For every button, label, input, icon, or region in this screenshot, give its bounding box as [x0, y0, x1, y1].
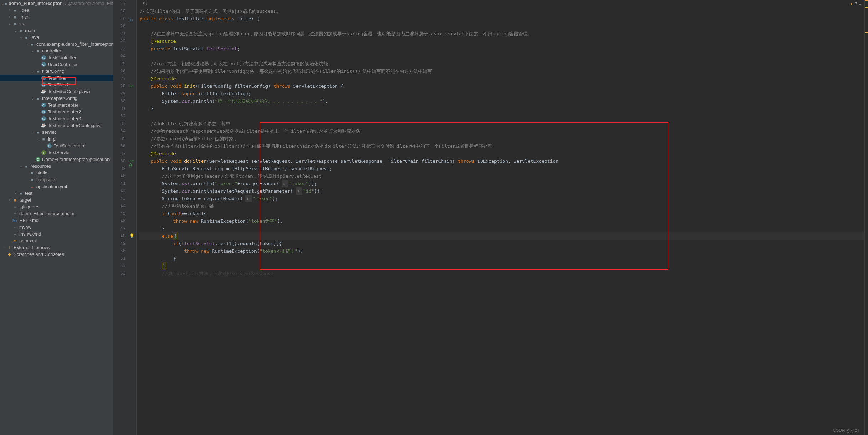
stripe-mark[interactable] [865, 7, 868, 8]
code-line[interactable]: //如果初始化代码中要使用到FillerConfig对象，那么这些初始化代码就只… [139, 67, 868, 75]
line-number[interactable]: 22 [113, 37, 126, 45]
line-number[interactable]: 17 [113, 0, 126, 7]
tree-item-intercepterconfig[interactable]: ⌄■intercepterConfig [0, 95, 113, 102]
tree-item-demo-filter-interceptor-iml[interactable]: ▫demo_Filter_Interceptor.iml [0, 210, 113, 217]
code-line[interactable]: public class TestFilter implements Filte… [139, 15, 868, 22]
code-line[interactable]: throw new RuntimeException("token为空"); [139, 217, 868, 225]
tree-item-application-yml[interactable]: ≡application.yml [0, 183, 113, 190]
project-tree[interactable]: ⌄ ■ demo_Filter_Interceptor D:\javaproje… [0, 0, 113, 435]
code-editor[interactable]: 1718192021222324252627282930313233343536… [113, 0, 868, 435]
tree-item-testintercepter[interactable]: CTestIntercepter [0, 102, 113, 108]
expand-arrow[interactable]: › [7, 8, 12, 12]
expand-arrow[interactable]: ⌄ [30, 130, 35, 134]
line-number[interactable]: 41 [113, 180, 126, 187]
line-number[interactable]: 27 [113, 75, 126, 82]
code-line[interactable]: @Override [139, 150, 868, 157]
implements-icon[interactable]: I↓ [129, 16, 133, 20]
tree-item-static[interactable]: ■static [0, 170, 113, 176]
line-number[interactable]: 48 [113, 232, 126, 240]
expand-arrow[interactable]: ⌄ [13, 29, 18, 32]
expand-arrow[interactable]: ⌄ [36, 137, 41, 141]
line-number[interactable]: 29 [113, 90, 126, 97]
chevron-down-icon[interactable]: ⌄ [858, 1, 862, 6]
line-number[interactable]: 53 [113, 270, 126, 277]
project-root[interactable]: ⌄ ■ demo_Filter_Interceptor D:\javaproje… [0, 0, 113, 7]
line-number[interactable]: 25 [113, 60, 126, 67]
tree-item-testintercepterconfig-java[interactable]: ☕TestIntercepterConfig.java [0, 122, 113, 129]
code-line[interactable]: if(!testServlet.test1().equals(token)){ [139, 240, 868, 247]
stripe-mark[interactable] [865, 32, 868, 33]
code-line[interactable]: System.out.println("第一个过滤器成功初始化。。。。。。。。。… [139, 97, 868, 105]
scratches-consoles[interactable]: ◆ Scratches and Consoles [0, 251, 113, 258]
override-icon[interactable]: o↑ [129, 84, 133, 87]
tree-item-demofilterinterceptorapplication[interactable]: CDemoFilterInterceptorApplication [0, 156, 113, 163]
tree-item-mvnw-cmd[interactable]: ▫mvnw.cmd [0, 231, 113, 237]
line-number[interactable]: 20 [113, 22, 126, 30]
code-area[interactable]: *///实现Filter接口，基于回调的方式，类似ajax请求的success。… [137, 0, 868, 435]
code-line[interactable]: //doFilter()方法有多个参数，其中 [139, 120, 868, 127]
tree-item-usercontroller[interactable]: CUserController [0, 61, 113, 68]
tree-item--gitignore[interactable]: ▫.gitignore [0, 203, 113, 210]
line-number[interactable]: 32 [113, 112, 126, 120]
code-line[interactable]: @Resource [139, 37, 868, 45]
code-line[interactable]: Filter.super.init(filterConfig); [139, 90, 868, 97]
editor-gutter[interactable]: 1718192021222324252627282930313233343536… [113, 0, 137, 435]
line-number[interactable]: 52 [113, 262, 126, 270]
override-icon[interactable]: o↑ @ [129, 159, 133, 162]
tree-item-com-example-demo-filter-interceptor[interactable]: ⌄■com.example.demo_filter_interceptor [0, 41, 113, 47]
tree-item-testfilterconfig-java[interactable]: ☕TestFilterConfig.java [0, 88, 113, 95]
line-number[interactable]: 35 [113, 135, 126, 142]
inspection-indicator[interactable]: ▲ 7 ⌄ [849, 1, 862, 6]
expand-arrow[interactable]: ⌄ [1, 1, 4, 5]
line-number[interactable]: 39 [113, 165, 126, 172]
tree-item-src[interactable]: ⌄■src [0, 20, 113, 27]
intention-bulb-icon[interactable]: 💡 [129, 234, 133, 237]
code-line[interactable]: System.out.println(servletRequest.getPar… [139, 187, 868, 195]
tree-item-testfilter[interactable]: CTestFilter [0, 75, 113, 81]
code-line[interactable]: HttpServletRequest req = (HttpServletReq… [139, 165, 868, 172]
line-number[interactable]: 24 [113, 52, 126, 60]
code-line[interactable]: //在过滤器中无法直接注入spring管理的bean，原因可能是加载顺序问题，过… [139, 30, 868, 37]
expand-arrow[interactable]: › [7, 15, 12, 19]
expand-arrow[interactable]: ⌄ [30, 69, 35, 73]
expand-arrow[interactable]: › [13, 191, 18, 195]
tree-item-testintercepter3[interactable]: CTestIntercepter3 [0, 115, 113, 122]
line-number[interactable]: 28 [113, 82, 126, 90]
line-number[interactable]: 50 [113, 247, 126, 255]
expand-arrow[interactable]: ⌄ [30, 96, 35, 100]
line-number[interactable]: 33 [113, 120, 126, 127]
tree-item-servlet[interactable]: ⌄■servlet [0, 129, 113, 136]
code-line[interactable]: //只有在当前Filter对象中的doFilter()方法内部需要调用Filte… [139, 142, 868, 150]
tree-item-testintercepter2[interactable]: CTestIntercepter2 [0, 108, 113, 115]
tree-item--mvn[interactable]: ›■.mvn [0, 14, 113, 20]
code-line[interactable] [139, 22, 868, 30]
code-line[interactable]: String token = req.getHeader( s:"token")… [139, 195, 868, 202]
tree-item-resources[interactable]: ⌄■resources [0, 163, 113, 170]
line-number[interactable]: 19 [113, 15, 126, 22]
tree-item-main[interactable]: ⌄■main [0, 27, 113, 34]
tree-item-target[interactable]: ›■target [0, 197, 113, 203]
expand-arrow[interactable]: › [1, 246, 6, 249]
code-line[interactable] [139, 112, 868, 120]
tree-item-mvnw[interactable]: ▫mvnw [0, 224, 113, 231]
error-stripe[interactable] [864, 0, 868, 435]
code-line[interactable]: public void init(FilterConfig filterConf… [139, 82, 868, 90]
expand-arrow[interactable]: ⌄ [19, 35, 24, 39]
tree-item-testservletimpl[interactable]: CTestServletImpl [0, 142, 113, 149]
line-number[interactable]: 51 [113, 255, 126, 262]
expand-arrow[interactable]: ⌄ [7, 22, 12, 26]
tree-item-templates[interactable]: ■templates [0, 176, 113, 183]
code-line[interactable]: //实现Filter接口，基于回调的方式，类似ajax请求的success。 [139, 7, 868, 15]
code-line[interactable]: if(null==token){ [139, 210, 868, 217]
tree-item-controller[interactable]: ⌄■controller [0, 47, 113, 54]
code-line[interactable]: throw new RuntimeException("token不正确！"); [139, 247, 868, 255]
line-number[interactable]: 36 [113, 142, 126, 150]
external-libraries[interactable]: › ⫴ External Libraries [0, 244, 113, 251]
line-number[interactable]: 40 [113, 172, 126, 180]
expand-arrow[interactable]: ⌄ [19, 164, 24, 168]
code-line[interactable]: //init方法，初始化过滤器，可以在init()方法中完成与构造方法类似的初始… [139, 60, 868, 67]
code-line[interactable]: */ [139, 0, 868, 7]
line-number[interactable]: 46 [113, 217, 126, 225]
line-number[interactable]: 18 [113, 7, 126, 15]
code-line[interactable]: //再判断token是否正确 [139, 202, 868, 210]
